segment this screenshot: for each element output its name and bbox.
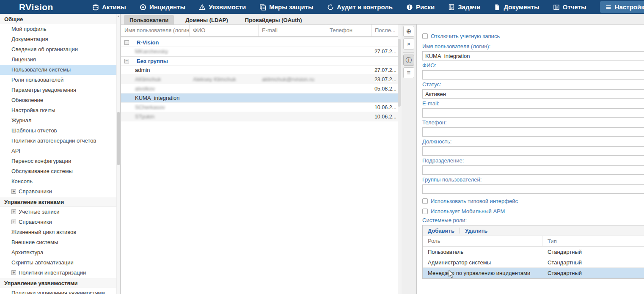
sidebar-item[interactable]: +Учетные записи	[0, 207, 120, 217]
sidebar-item[interactable]: Мой профиль	[0, 24, 120, 34]
fio-field[interactable]	[422, 70, 644, 80]
role-row[interactable]: Менеджер по управлению инцидентамиСтанда…	[423, 268, 644, 278]
tab-bar: ПользователиДомены (LDAP)Провайдеры (OAu…	[124, 15, 308, 25]
sidebar-item[interactable]: Сведения об организации	[0, 44, 120, 55]
checkbox-icon[interactable]	[422, 198, 428, 204]
add-role-button[interactable]: Добавить	[428, 228, 454, 234]
sidebar-scrollbar[interactable]: ▲	[116, 14, 120, 294]
login-field[interactable]	[422, 51, 644, 60]
nav-item-label: Аудит и контроль	[337, 3, 393, 11]
sidebar-item[interactable]: +Справочники	[0, 187, 120, 197]
tab-users[interactable]: Пользователи	[124, 15, 174, 25]
list-icon[interactable]: ≡	[403, 67, 414, 78]
nav-item-reports[interactable]: Отчеты	[553, 3, 586, 11]
sidebar-item[interactable]: Лицензия	[0, 55, 120, 65]
column-header[interactable]: ФИО	[190, 25, 259, 36]
disable-account-checkbox-row[interactable]: Отключить учетную запись	[422, 33, 644, 39]
add-circle-icon[interactable]: ⊕	[403, 26, 414, 37]
checkbox-icon[interactable]	[422, 209, 428, 214]
collapse-minus-icon[interactable]: −	[124, 59, 129, 63]
expand-plus-icon[interactable]: +	[11, 220, 16, 224]
sidebar-item[interactable]: Параметры уведомления	[0, 85, 120, 95]
sidebar-item[interactable]: Обслуживание системы	[0, 166, 120, 176]
phone-field[interactable]	[422, 127, 644, 137]
sidebar-item[interactable]: Обновление	[0, 95, 120, 105]
nav-item-settings[interactable]: Настройки	[600, 1, 644, 13]
position-field[interactable]	[422, 146, 644, 156]
sidebar-scrollbar-thumb[interactable]	[117, 112, 120, 165]
sidebar-item[interactable]: +Политики инвентаризации	[0, 268, 120, 278]
sidebar-item[interactable]: Перенос конфигурации	[0, 156, 120, 166]
collapse-minus-icon[interactable]: −	[124, 40, 129, 45]
sidebar-item[interactable]: Пользователи системы	[0, 65, 120, 75]
nav-item-incidents[interactable]: Инциденты	[140, 3, 185, 11]
table-scrollbar[interactable]	[398, 25, 401, 294]
status-field[interactable]	[422, 89, 644, 99]
table-scrollbar-thumb[interactable]	[398, 39, 401, 107]
email-field[interactable]	[422, 108, 644, 118]
sidebar-item[interactable]: Шаблоны отчетов	[0, 126, 120, 136]
user-row[interactable]: admin27.07.2...	[121, 66, 401, 75]
nav-item-risks[interactable]: Риски	[406, 3, 435, 11]
tasks-icon	[448, 4, 455, 11]
sidebar-item[interactable]: Роли пользователей	[0, 75, 120, 85]
nav-item-label: Задачи	[458, 3, 480, 11]
user-row[interactable]: SCherkasov10.06.2...	[121, 103, 401, 112]
remove-role-button[interactable]: Удалить	[465, 228, 487, 234]
sidebar-item[interactable]: Политики управления уязвимостями	[0, 288, 120, 294]
user-row[interactable]: alvolkov05.08.2...	[121, 84, 401, 93]
user-row[interactable]: KUMA_integration	[121, 93, 401, 103]
type-column-header[interactable]: Тип	[542, 238, 644, 245]
expand-plus-icon[interactable]: +	[11, 209, 16, 214]
column-header[interactable]: Имя пользователя (логин)↑	[121, 25, 190, 36]
expand-plus-icon[interactable]: +	[11, 270, 16, 275]
sidebar-item[interactable]: Жизненный цикл активов	[0, 227, 120, 237]
sidebar-item[interactable]: Внешние системы	[0, 237, 120, 247]
sidebar-item[interactable]: +Справочники	[0, 217, 120, 227]
sidebar-item-label: Пользователи системы	[11, 66, 71, 73]
nav-item-audit[interactable]: Аудит и контроль	[327, 3, 393, 11]
group-row[interactable]: −R-Vision	[121, 38, 401, 47]
role-row[interactable]: Администратор системыСтандартный	[423, 257, 644, 268]
sidebar-item[interactable]: API	[0, 146, 120, 156]
user-groups-field[interactable]	[422, 184, 644, 194]
sidebar-item-label: Настройка почты	[11, 107, 55, 113]
sidebar-item[interactable]: Журнал	[0, 115, 120, 126]
column-header[interactable]: После...	[372, 25, 401, 36]
scrollbar-up-icon[interactable]: ▲	[117, 15, 120, 17]
role-row[interactable]: ПользовательСтандартный	[423, 247, 644, 257]
role-cell: Пользователь	[423, 249, 542, 255]
column-header[interactable]: Телефон	[326, 25, 372, 36]
sidebar-item[interactable]: Скрипты автоматизации	[0, 258, 120, 268]
nav-item-label: Настройки	[615, 3, 644, 11]
checkbox-icon[interactable]	[422, 33, 428, 39]
sidebar-item[interactable]: Консоль	[0, 176, 120, 187]
tab-providers-oauth[interactable]: Провайдеры (OAuth)	[239, 15, 308, 25]
delete-icon[interactable]: ×	[403, 38, 414, 49]
sidebar-item[interactable]: Архитектура	[0, 247, 120, 258]
user-row[interactable]: MKarchevsky27.07.2...	[121, 47, 401, 56]
typical-interface-checkbox-row[interactable]: Использовать типовой интерфейс	[422, 198, 644, 204]
sidebar-item[interactable]: Политики автогенерации отчетов	[0, 136, 120, 146]
column-header[interactable]: E-mail	[259, 25, 326, 36]
nav-item-measures[interactable]: Меры защиты	[259, 3, 314, 11]
user-row[interactable]: AKlimchukAleksey Klimchukaklimchuk@rvisi…	[121, 75, 401, 84]
sidebar-section-header: Общие	[0, 14, 120, 24]
nav-item-vulnerabilities[interactable]: Уязвимости	[199, 3, 246, 11]
role-column-header[interactable]: Роль	[423, 236, 542, 246]
sidebar-item[interactable]: Документация	[0, 34, 120, 44]
cell-text: admin	[135, 67, 150, 73]
nav-item-tasks[interactable]: Задачи	[448, 3, 480, 11]
nav-item-database[interactable]: Активы	[92, 3, 126, 11]
sidebar-item-label: Сведения об организации	[11, 46, 78, 52]
department-field[interactable]	[422, 165, 644, 175]
expand-plus-icon[interactable]: +	[11, 189, 16, 194]
mobile-arm-checkbox-row[interactable]: Использует Мобильный АРМ	[422, 208, 644, 214]
tab-domains-ldap[interactable]: Домены (LDAP)	[180, 15, 234, 25]
column-header-label: Имя пользователя (логин)	[124, 27, 190, 33]
group-row[interactable]: −Без группы	[121, 56, 401, 66]
nav-item-documents[interactable]: Документы	[494, 3, 539, 11]
user-row[interactable]: STyukin10.06.2...	[121, 112, 401, 121]
sidebar-item[interactable]: Настройка почты	[0, 105, 120, 115]
info-icon[interactable]: ⓘ	[403, 55, 414, 66]
